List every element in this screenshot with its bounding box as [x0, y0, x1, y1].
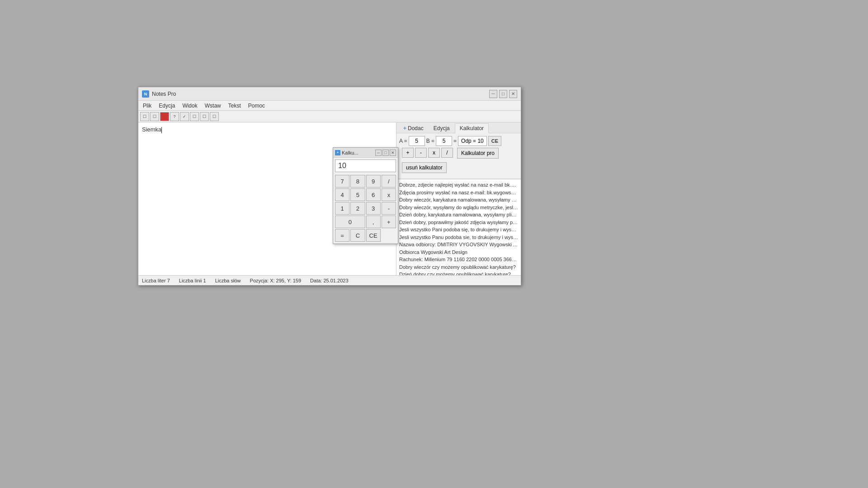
calc-result-box: Odp = 10 [458, 136, 487, 146]
minimize-button[interactable]: ─ [489, 90, 497, 98]
tab-kalkulator[interactable]: Kalkulator [455, 123, 489, 133]
editor-content: Siemka [142, 126, 392, 133]
menu-edycja[interactable]: Edycja [156, 102, 178, 110]
calc-btn-c[interactable]: C [350, 229, 365, 242]
text-cursor [161, 127, 162, 133]
right-panel: + Dodac Edycja Kalkulator A = B = = [396, 122, 521, 275]
calc-eq-label: = [453, 138, 457, 144]
panel-tabs: + Dodac Edycja Kalkulator [396, 122, 521, 133]
status-position: Pozycja: X: 295, Y: 159 [250, 278, 302, 283]
toolbar-btn-4[interactable]: ? [170, 112, 179, 121]
calc-btn-4[interactable]: 4 [335, 188, 349, 201]
calculator-popup: + Kalku... ─ □ ✕ 10 7 8 9 / [333, 147, 398, 244]
status-bar: Liczba liter 7 Liczba linii 1 Liczba słó… [138, 275, 521, 285]
toolbar-btn-5[interactable]: ✓ [180, 112, 189, 121]
menu-pomoc[interactable]: Pomoc [245, 102, 268, 110]
list-item: Zdjęcia prosimy wysłać na nasz e-mail: b… [399, 189, 518, 197]
list-item: Dzień dobry, poprawiłmy jakość zdjęcia w… [399, 219, 518, 226]
op-minus-btn[interactable]: - [415, 148, 427, 158]
op-mul-btn[interactable]: x [428, 148, 440, 158]
toolbar-btn-8[interactable]: ☐ [210, 112, 219, 121]
calc-btn-8[interactable]: 8 [350, 175, 365, 188]
calc-btn-7[interactable]: 7 [335, 175, 349, 188]
calc-ce-button[interactable]: CE [488, 136, 501, 146]
toolbar: ☐ ☐ ? ✓ ☐ ☐ ☐ [138, 111, 521, 122]
calc-display-value: 10 [338, 162, 346, 170]
calc-b-label: B = [426, 138, 434, 144]
toolbar-btn-1[interactable]: ☐ [140, 112, 149, 121]
list-item: Odbiorca Wygowski Art Design [399, 249, 518, 256]
calc-title-controls: ─ □ ✕ [375, 150, 396, 156]
menu-widok[interactable]: Widok [179, 102, 200, 110]
calc-ops-row: + - x / Kalkulator pro [399, 148, 518, 162]
usun-kalkulator-button[interactable]: usuń kalkulator [402, 162, 447, 173]
app-icon: N [142, 90, 149, 98]
calc-btn-2[interactable]: 2 [350, 202, 365, 215]
title-bar: N Notes Pro ─ □ ✕ [138, 87, 521, 101]
calc-btn-add[interactable]: + [382, 216, 396, 228]
calc-a-input[interactable] [409, 136, 425, 146]
calc-btn-1[interactable]: 1 [335, 202, 349, 215]
status-words: Liczba słów [215, 278, 241, 283]
calc-btn-mul[interactable]: x [382, 188, 396, 201]
calc-inputs-row: A = B = = Odp = 10 CE [399, 136, 518, 146]
main-area: Siemka + Kalku... ─ □ ✕ 10 [138, 122, 521, 275]
status-lines: Liczba linii 1 [179, 278, 206, 283]
calc-buttons: 7 8 9 / 4 5 6 x 1 2 3 - 0 , + = C [333, 174, 398, 244]
calculator-section: A = B = = Odp = 10 CE + - x / Kalkulator… [396, 133, 521, 179]
calc-btn-5[interactable]: 5 [350, 188, 365, 201]
title-bar-left: N Notes Pro [142, 90, 176, 98]
calc-btn-ce[interactable]: CE [366, 229, 381, 242]
calc-btn-6[interactable]: 6 [366, 188, 381, 201]
text-list: Dobrze, zdjecie najlepiej wysłać na nasz… [396, 179, 521, 275]
status-date: Data: 25.01.2023 [310, 278, 348, 283]
list-item: Dzień dobry czy możemy opublikować karyk… [399, 271, 518, 275]
close-button[interactable]: ✕ [509, 90, 517, 98]
tab-dodac-label: Dodac [408, 125, 424, 131]
calc-icon: + [335, 150, 340, 155]
tab-edycja[interactable]: Edycja [429, 123, 455, 133]
calc-btn-sub[interactable]: - [382, 202, 396, 215]
tab-edycja-label: Edycja [434, 125, 450, 131]
calc-display: 10 [335, 160, 396, 172]
toolbar-btn-7[interactable]: ☐ [200, 112, 209, 121]
calc-popup-title: Kalku... [342, 150, 359, 155]
list-item: Dzień dobry, karykatura namalowana, wysy… [399, 211, 518, 219]
calc-a-label: A = [399, 138, 407, 144]
list-item: Jesli wszystko Panu podoba sie, to druku… [399, 234, 518, 241]
calc-btn-9[interactable]: 9 [366, 175, 381, 188]
calc-btn-comma[interactable]: , [366, 216, 381, 228]
main-window: N Notes Pro ─ □ ✕ Plik Edycja Widok Wsta… [138, 87, 521, 286]
op-div-btn[interactable]: / [441, 148, 453, 158]
title-bar-controls: ─ □ ✕ [489, 90, 517, 98]
tab-dodac[interactable]: + Dodac [398, 123, 429, 133]
toolbar-btn-2[interactable]: ☐ [150, 112, 159, 121]
calc-btn-div[interactable]: / [382, 175, 396, 188]
calc-btn-3[interactable]: 3 [366, 202, 381, 215]
tab-kalkulator-label: Kalkulator [460, 125, 484, 131]
menu-tekst[interactable]: Tekst [226, 102, 244, 110]
editor-area[interactable]: Siemka + Kalku... ─ □ ✕ 10 [138, 122, 396, 275]
calc-title-left: + Kalku... [335, 150, 359, 155]
toolbar-btn-6[interactable]: ☐ [190, 112, 199, 121]
calc-close-btn[interactable]: ✕ [390, 150, 396, 156]
status-letters: Liczba liter 7 [142, 278, 170, 283]
list-item: Dobry wieczór, wysyłamy do wglądu metryc… [399, 204, 518, 211]
calc-b-input[interactable] [436, 136, 452, 146]
toolbar-btn-3[interactable] [160, 112, 169, 121]
calc-title-bar: + Kalku... ─ □ ✕ [333, 148, 398, 158]
calc-minimize-btn[interactable]: ─ [375, 150, 382, 156]
calc-restore-btn[interactable]: □ [382, 150, 389, 156]
kalk-pro-button[interactable]: Kalkulator pro [457, 148, 499, 159]
calc-result-value: Odp = 10 [461, 138, 484, 144]
menu-wstaw[interactable]: Wstaw [202, 102, 224, 110]
plus-icon: + [403, 125, 406, 131]
menu-plik[interactable]: Plik [140, 102, 154, 110]
window-title: Notes Pro [152, 91, 176, 97]
calc-btn-0[interactable]: 0 [335, 216, 365, 228]
calc-btn-eq[interactable]: = [335, 229, 349, 242]
op-plus-btn[interactable]: + [402, 148, 414, 158]
menu-bar: Plik Edycja Widok Wstaw Tekst Pomoc [138, 101, 521, 111]
list-item: Nazwa odbiorcy: DMITRIY VYGOVSKIY Wygows… [399, 241, 518, 249]
maximize-button[interactable]: □ [499, 90, 507, 98]
